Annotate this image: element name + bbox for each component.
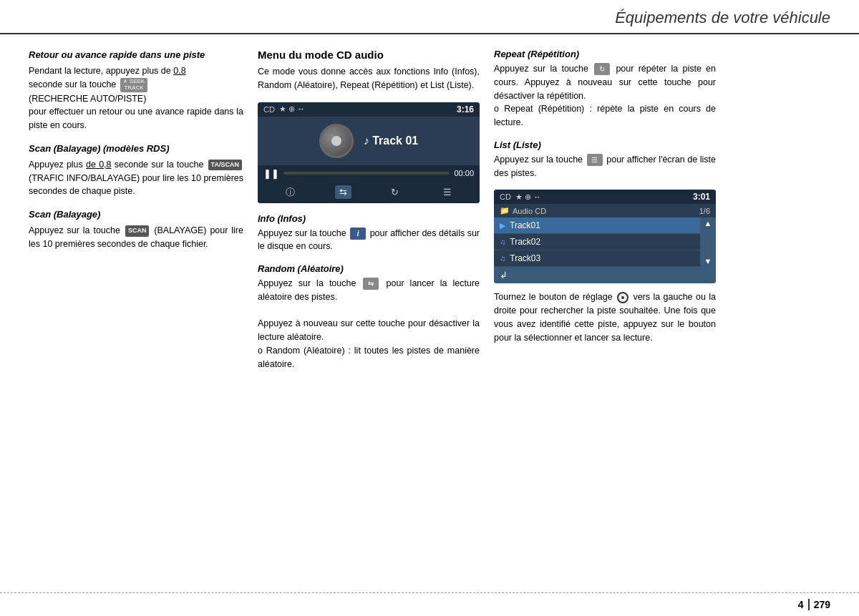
list-cd-label: CD — [500, 192, 511, 201]
track02-label: Track02 — [510, 237, 540, 247]
underline-de08: de 0,8 — [86, 160, 112, 170]
cd-progress-bg — [283, 172, 450, 175]
track03-label: Track03 — [510, 253, 540, 263]
play-icon: ▶ — [500, 221, 505, 230]
section-body-scan: Appuyez sur la touche SCAN (BALAYAGE) po… — [29, 224, 243, 251]
cd-status-icons: ★ ⊕ ↔ — [279, 104, 305, 114]
list-time: 3:01 — [693, 192, 710, 202]
section-title-list: List (Liste) — [494, 140, 716, 150]
list-folder: 📁 Audio CD — [500, 206, 546, 215]
track01-label: Track01 — [510, 220, 540, 230]
list-row-track02: ♫ Track02 — [494, 234, 700, 250]
section-title-scan-rds: Scan (Balayage) (modèles RDS) — [29, 142, 243, 155]
cd-screen-footer: ⓘ ⇆ ↻ ☰ — [258, 182, 480, 203]
list-body: ▶ Track01 ♫ Track02 ♫ Track03 ▲ ▼ — [494, 217, 716, 267]
footer-pagination: 4 279 — [798, 599, 830, 610]
section-body-retour: Pendant la lecture, appuyez plus de 0,8 … — [29, 64, 243, 132]
footer-section: 4 — [798, 599, 810, 610]
list-badge: ☰ — [587, 154, 603, 166]
cd-list-btn: ☰ — [439, 185, 456, 199]
cd-screen-header: CD ★ ⊕ ↔ 3:16 — [258, 102, 480, 117]
list-page: 1/6 — [699, 207, 710, 215]
cd-elapsed-time: 00:00 — [454, 169, 474, 177]
page-title: Équipements de votre véhicule — [615, 9, 830, 27]
list-subheader: 📁 Audio CD 1/6 — [494, 204, 716, 217]
list-row-track01: ▶ Track01 — [494, 217, 700, 234]
list-scrollbar: ▲ ▼ — [700, 217, 716, 267]
cd-header-left: CD ★ ⊕ ↔ — [263, 104, 305, 114]
mid-main-title: Menu du mode CD audio — [258, 49, 480, 61]
repeat-badge: ↻ — [594, 63, 610, 75]
main-content: Retour ou avance rapide dans une piste P… — [0, 34, 859, 564]
cd-track-info: ♪ Track 01 — [364, 135, 419, 147]
underline-08: 0,8 — [173, 66, 185, 76]
back-icon: ↲ — [500, 270, 508, 280]
seek-badge: ∧SEEK TRACK — [120, 78, 147, 92]
section-title-repeat: Repeat (Répétition) — [494, 49, 716, 59]
section-title-scan: Scan (Balayage) — [29, 208, 243, 221]
note-icon-1: ♫ — [500, 238, 505, 246]
mid-intro: Ce mode vous donne accès aux fonctions I… — [258, 65, 480, 92]
random-badge: ⇆ — [363, 278, 379, 290]
scroll-up-btn[interactable]: ▲ — [703, 219, 713, 228]
section-body-info: Appuyez sur la touche i pour afficher de… — [258, 227, 480, 254]
section-body-scan-rds: Appuyez plus de 0,8 seconde sur la touch… — [29, 158, 243, 198]
cd-disc-center — [331, 136, 341, 146]
left-column: Retour ou avance rapide dans une piste P… — [29, 49, 243, 550]
page-footer: 4 279 — [0, 592, 859, 616]
section-title-retour: Retour ou avance rapide dans une piste — [29, 49, 243, 62]
mid-column: Menu du mode CD audio Ce mode vous donne… — [258, 49, 480, 550]
cd-time: 3:16 — [457, 104, 474, 114]
folder-icon: 📁 — [500, 206, 510, 215]
scroll-down-btn[interactable]: ▼ — [703, 257, 713, 265]
cd-repeat-btn: ↻ — [387, 185, 403, 199]
section-body-random: Appuyez sur la touche ⇆ pour lancer la l… — [258, 277, 480, 371]
ta-scan-badge: TA/SCAN — [208, 160, 242, 171]
cd-screen-body: ♪ Track 01 — [258, 117, 480, 165]
cd-track-label: ♪ Track 01 — [364, 135, 419, 147]
cd-progress-bar: ❚❚ 00:00 — [258, 165, 480, 182]
knob-icon — [617, 292, 629, 303]
section-title-random: Random (Aléatoire) — [258, 263, 480, 274]
right-outro: Tournez le bouton de réglage Tournez le … — [494, 290, 716, 344]
list-back-row: ↲ — [494, 267, 716, 283]
list-header-icons: ★ ⊕ ↔ — [515, 192, 541, 202]
section-body-list: Appuyez sur la touche ☰ pour afficher l'… — [494, 153, 716, 180]
cd-label: CD — [263, 105, 275, 114]
section-title-info: Info (Infos) — [258, 213, 480, 224]
section-body-repeat: Appuyez sur la touche ↻ pour répéter la … — [494, 62, 716, 129]
list-screen-header: CD ★ ⊕ ↔ 3:01 — [494, 190, 716, 204]
right-column: Repeat (Répétition) Appuyez sur la touch… — [494, 49, 716, 550]
list-tracks: ▶ Track01 ♫ Track02 ♫ Track03 — [494, 217, 700, 267]
scan-badge: SCAN — [125, 225, 150, 237]
list-screen: CD ★ ⊕ ↔ 3:01 📁 Audio CD 1/6 ▶ Track01 — [494, 190, 716, 283]
cd-screen: CD ★ ⊕ ↔ 3:16 ♪ Track 01 ❚❚ 00:00 — [258, 102, 480, 203]
list-row-track03: ♫ Track03 — [494, 250, 700, 267]
cd-pause-icon: ❚❚ — [263, 168, 279, 179]
cd-info-btn: ⓘ — [281, 185, 299, 200]
info-badge: i — [350, 228, 366, 240]
page-header: Équipements de votre véhicule — [0, 0, 859, 34]
cd-disc-icon — [319, 124, 354, 158]
note-icon-2: ♫ — [500, 254, 505, 263]
cd-random-btn: ⇆ — [335, 185, 351, 199]
footer-page-num: 279 — [810, 599, 830, 610]
